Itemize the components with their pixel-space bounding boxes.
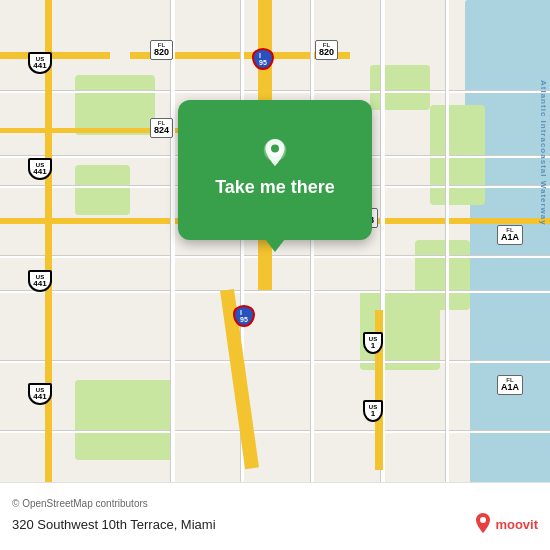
park-area-1 (75, 75, 155, 135)
shield-us441-3-num: 441 (33, 280, 46, 288)
fl-badge-820-1: FL 820 (150, 40, 173, 60)
fl-badge-824: FL 824 (150, 118, 173, 138)
attribution: © OpenStreetMap contributors (12, 498, 538, 509)
fla1a-2-num: A1A (501, 383, 519, 393)
road-v-thin1 (170, 0, 175, 550)
location-row: 320 Southwest 10th Terrace, Miami moovit (12, 513, 538, 535)
svg-point-3 (480, 517, 486, 523)
shield-us441-4-num: 441 (33, 393, 46, 401)
fla1a-1-num: A1A (501, 233, 519, 243)
road-h-820-west (0, 52, 110, 59)
shield-us441-1-num: 441 (33, 62, 46, 70)
road-thin-h4 (0, 255, 550, 258)
moovit-text: moovit (495, 517, 538, 532)
shield-us1-1: US 1 (363, 332, 383, 354)
park-area-5 (75, 380, 175, 460)
interstate-label-95-top: I95 (259, 52, 267, 66)
fl-badge-820-2: FL 820 (315, 40, 338, 60)
waterway-label: Atlantic Intracoastal Waterway (539, 80, 548, 226)
road-thin-h7 (0, 430, 550, 433)
shield-us441-4: US 441 (28, 383, 52, 405)
park-area-7 (415, 240, 470, 310)
road-v-thin5 (445, 0, 449, 550)
moovit-logo: moovit (474, 513, 538, 535)
popup-text: Take me there (215, 177, 335, 198)
road-thin-h6 (0, 360, 550, 363)
location-pin-icon (259, 139, 291, 171)
shield-us1-1-num: 1 (371, 342, 375, 350)
svg-point-2 (271, 144, 279, 152)
shield-us441-2: US 441 (28, 158, 52, 180)
shield-us1-2: US 1 (363, 400, 383, 422)
fl-badge-a1a-2: FL A1A (497, 375, 523, 395)
shield-us441-3: US 441 (28, 270, 52, 292)
location-label: 320 Southwest 10th Terrace, Miami (12, 517, 216, 532)
shield-us441-1: US 441 (28, 52, 52, 74)
bottom-bar: © OpenStreetMap contributors 320 Southwe… (0, 482, 550, 550)
fl-badge-a1a-1: FL A1A (497, 225, 523, 245)
shield-us1-2-num: 1 (371, 410, 375, 418)
road-v-thin3 (310, 0, 314, 550)
map-container: I95 I95 US 441 US 441 US 441 US 441 US 1 (0, 0, 550, 550)
interstate-label-95-bottom: I95 (240, 309, 248, 323)
popup-card[interactable]: Take me there (178, 100, 372, 240)
fl820-1-num: 820 (154, 48, 169, 58)
park-area-4 (75, 165, 130, 215)
moovit-pin-icon (474, 513, 492, 535)
road-v-thin2 (240, 0, 244, 550)
shield-us441-2-num: 441 (33, 168, 46, 176)
road-thin-h1 (0, 90, 550, 93)
fl820-2-num: 820 (319, 48, 334, 58)
park-area-2 (370, 65, 430, 110)
road-thin-h5 (0, 290, 550, 293)
fl824-num: 824 (154, 126, 169, 136)
